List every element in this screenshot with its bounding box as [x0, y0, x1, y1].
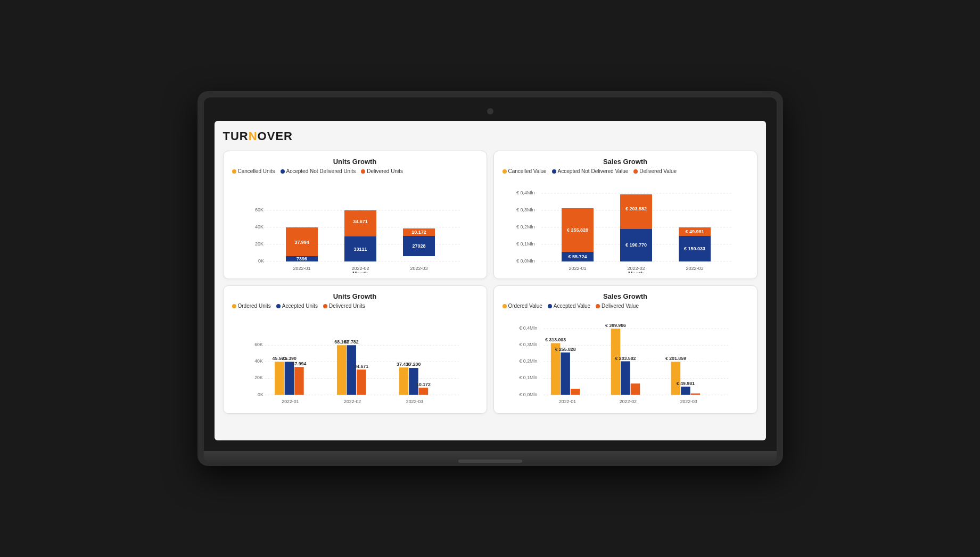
chart-bottom-right-svg: € 0,0Mln € 0,1Mln € 0,2Mln € 0,3Mln € 0,… — [503, 312, 748, 408]
svg-rect-96 — [630, 383, 640, 395]
legend-label-accepted-value: Accepted Value — [554, 303, 590, 309]
svg-text:40K: 40K — [255, 224, 263, 230]
chart-top-right-area: € 0,0Mln € 0,1Mln € 0,2Mln € 0,3Mln € 0,… — [503, 177, 748, 273]
svg-rect-64 — [336, 345, 346, 395]
svg-text:67.782: 67.782 — [344, 339, 358, 345]
legend-dot-cancelled-value — [503, 169, 507, 174]
svg-text:10.172: 10.172 — [416, 382, 431, 387]
legend-label-delivered-units-bl: Delivered Units — [329, 303, 365, 309]
chart-bottom-right-title: Sales Growth — [503, 292, 748, 300]
legend-dot-delivered-units-bl — [323, 304, 327, 308]
svg-text:€ 0,4Mln: € 0,4Mln — [519, 325, 537, 331]
svg-text:€ 201.859: € 201.859 — [665, 356, 686, 361]
svg-text:45.390: 45.390 — [282, 356, 297, 361]
chart-top-right: Sales Growth Cancelled Value Accepted No… — [493, 151, 757, 279]
legend-cancelled-units: Cancelled Units — [232, 168, 275, 174]
svg-rect-91 — [570, 389, 580, 395]
chart-bottom-right-legend: Ordered Value Accepted Value Delivered V… — [503, 303, 748, 309]
legend-ordered-value: Ordered Value — [503, 303, 542, 309]
chart-bottom-left: Units Growth Ordered Units Accepted Unit… — [223, 285, 487, 414]
svg-text:Month: Month — [628, 271, 644, 273]
svg-rect-99 — [671, 362, 680, 395]
svg-text:37.200: 37.200 — [406, 362, 421, 367]
legend-delivered-value: Delivered Value — [633, 168, 677, 174]
svg-text:€ 190.770: € 190.770 — [625, 242, 646, 248]
svg-text:€ 203.582: € 203.582 — [615, 356, 636, 361]
legend-dot-ordered-units — [232, 304, 236, 308]
chart-top-left-area: 0K 20K 40K 60K — [232, 177, 478, 273]
legend-dot-delivered — [361, 169, 365, 174]
legend-cancelled-value: Cancelled Value — [503, 168, 547, 174]
svg-text:€ 0,3Mln: € 0,3Mln — [516, 207, 535, 212]
legend-dot-accepted-nd — [281, 169, 285, 174]
svg-text:2022-03: 2022-03 — [680, 399, 697, 404]
camera-notch — [487, 108, 493, 114]
chart-bottom-left-legend: Ordered Units Accepted Units Delivered U… — [232, 303, 478, 309]
laptop-base — [204, 451, 777, 466]
legend-dot-accepted-value — [548, 304, 552, 308]
svg-text:2022-03: 2022-03 — [686, 266, 703, 271]
chart-top-right-svg: € 0,0Mln € 0,1Mln € 0,2Mln € 0,3Mln € 0,… — [503, 177, 748, 273]
svg-text:€ 0,4Mln: € 0,4Mln — [516, 190, 535, 195]
svg-rect-101 — [690, 394, 700, 395]
svg-text:2022-03: 2022-03 — [406, 399, 423, 404]
svg-text:2022-03: 2022-03 — [410, 266, 427, 271]
chart-top-right-legend: Cancelled Value Accepted Not Delivered V… — [503, 168, 748, 174]
svg-text:34.671: 34.671 — [354, 364, 368, 369]
legend-accepted-nd-value: Accepted Not Delivered Value — [552, 168, 629, 174]
svg-text:10.172: 10.172 — [411, 230, 426, 235]
svg-rect-95 — [621, 361, 630, 395]
svg-rect-100 — [681, 387, 690, 395]
svg-text:2022-02: 2022-02 — [351, 266, 369, 271]
screen-bezel: TURNOVER Units Growth Cancelled Units — [204, 97, 777, 451]
app-logo: TURNOVER — [223, 129, 293, 143]
svg-text:34.671: 34.671 — [353, 219, 368, 224]
legend-label-delivered: Delivered Units — [367, 168, 403, 174]
legend-label-accepted-units: Accepted Units — [282, 303, 318, 309]
legend-accepted-value: Accepted Value — [548, 303, 590, 309]
svg-text:7396: 7396 — [296, 256, 307, 261]
svg-text:€ 203.582: € 203.582 — [625, 206, 646, 211]
svg-text:€ 49.981: € 49.981 — [685, 229, 704, 234]
legend-delivered-units-bl: Delivered Units — [323, 303, 365, 309]
svg-rect-60 — [294, 367, 304, 395]
legend-label-accepted-nd-value: Accepted Not Delivered Value — [558, 168, 629, 174]
chart-top-left: Units Growth Cancelled Units Accepted No… — [223, 151, 487, 279]
svg-text:€ 399.986: € 399.986 — [605, 323, 626, 328]
svg-text:€ 49.981: € 49.981 — [676, 381, 694, 386]
screen-content: TURNOVER Units Growth Cancelled Units — [215, 121, 766, 440]
legend-dot-accepted-units — [276, 304, 281, 308]
legend-label-cancelled: Cancelled Units — [238, 168, 275, 174]
legend-ordered-units: Ordered Units — [232, 303, 271, 309]
legend-label-ordered-value: Ordered Value — [508, 303, 542, 309]
legend-dot-delivered-value-br — [596, 304, 600, 308]
svg-text:€ 0,0Mln: € 0,0Mln — [516, 258, 535, 264]
legend-label-cancelled-value: Cancelled Value — [508, 168, 547, 174]
svg-text:37.994: 37.994 — [292, 361, 306, 366]
svg-text:20K: 20K — [255, 241, 263, 247]
legend-accepted-nd-units: Accepted Not Delivered Units — [281, 168, 356, 174]
chart-bottom-right-area: € 0,0Mln € 0,1Mln € 0,2Mln € 0,3Mln € 0,… — [503, 312, 748, 408]
svg-text:20K: 20K — [254, 375, 263, 380]
app-header: TURNOVER — [223, 129, 757, 143]
svg-text:€ 255.828: € 255.828 — [566, 227, 588, 233]
svg-text:2022-01: 2022-01 — [569, 266, 586, 271]
svg-text:0K: 0K — [258, 392, 263, 397]
svg-text:€ 0,1Mln: € 0,1Mln — [519, 375, 537, 380]
svg-rect-72 — [418, 388, 428, 395]
legend-label-ordered-units: Ordered Units — [238, 303, 271, 309]
chart-bottom-left-title: Units Growth — [232, 292, 478, 300]
chart-top-left-svg: 0K 20K 40K 60K — [232, 177, 478, 273]
svg-text:€ 0,0Mln: € 0,0Mln — [519, 392, 537, 397]
legend-dot-accepted-nd-value — [552, 169, 556, 174]
svg-text:2022-01: 2022-01 — [282, 399, 299, 404]
svg-rect-59 — [284, 362, 294, 395]
chart-top-left-title: Units Growth — [232, 158, 478, 166]
svg-text:40K: 40K — [254, 358, 263, 364]
svg-text:60K: 60K — [254, 342, 263, 347]
legend-delivered-units: Delivered Units — [361, 168, 403, 174]
legend-dot-cancelled — [232, 169, 236, 174]
logo-highlight: N — [249, 129, 258, 143]
svg-text:€ 150.033: € 150.033 — [683, 246, 705, 251]
laptop-frame: TURNOVER Units Growth Cancelled Units — [197, 91, 783, 466]
